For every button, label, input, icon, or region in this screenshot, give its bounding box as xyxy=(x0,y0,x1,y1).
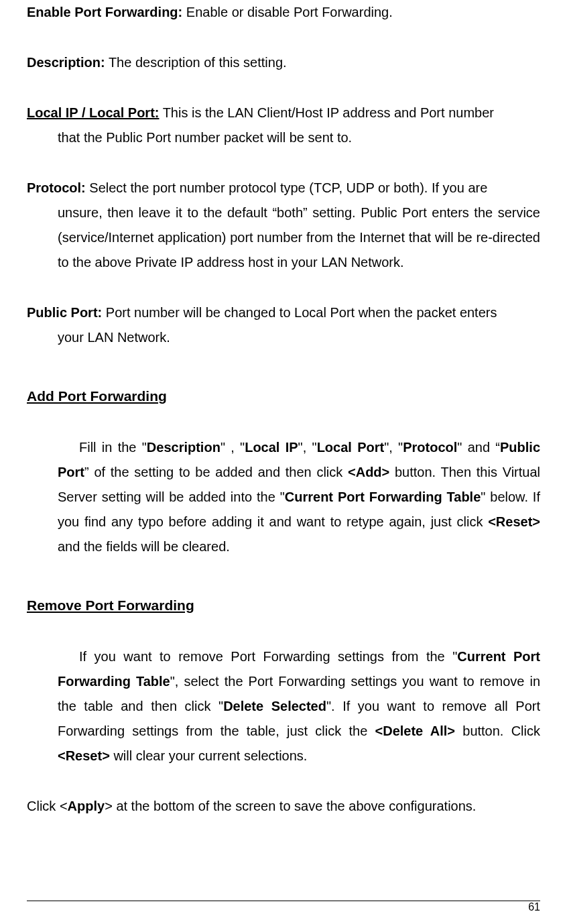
add-t6: ” of the setting to be added and then cl… xyxy=(84,465,348,479)
add-b8: <Reset> xyxy=(488,514,540,529)
add-t3: ", " xyxy=(298,440,317,455)
add-b2: Local IP xyxy=(245,440,298,455)
def-description: Description: The description of this set… xyxy=(27,50,540,75)
para-final: Click <Apply> at the bottom of the scree… xyxy=(27,794,540,819)
remove-b3: <Delete All> xyxy=(375,724,455,738)
def-publicport-rest: your LAN Network. xyxy=(27,325,540,350)
footer-separator xyxy=(27,901,540,901)
def-protocol: Protocol: Select the port number protoco… xyxy=(27,176,540,275)
def-protocol-label: Protocol: xyxy=(27,180,86,195)
remove-t5: will clear your current selections. xyxy=(110,748,308,763)
def-localip-rest: that the Public Port number packet will … xyxy=(27,125,540,150)
def-enable: Enable Port Forwarding: Enable or disabl… xyxy=(27,0,540,25)
final-t2: > at the bottom of the screen to save th… xyxy=(105,799,476,813)
para-remove: If you want to remove Port Forwarding se… xyxy=(27,644,540,768)
add-t5: " and “ xyxy=(457,440,500,455)
def-publicport-inline: Port number will be changed to Local Por… xyxy=(102,305,497,320)
def-protocol-rest: unsure, then leave it to the default “bo… xyxy=(27,200,540,275)
add-b7: Current Port Forwarding Table xyxy=(285,489,481,504)
remove-t4: button. Click xyxy=(455,724,540,738)
def-publicport-label: Public Port: xyxy=(27,305,102,320)
add-t9: and the fields will be cleared. xyxy=(58,539,230,554)
def-description-text: The description of this setting. xyxy=(105,55,287,70)
add-t2: " , " xyxy=(220,440,245,455)
def-localip-label: Local IP / Local Port: xyxy=(27,105,159,120)
add-b4: Protocol xyxy=(403,440,457,455)
def-enable-label: Enable Port Forwarding: xyxy=(27,5,182,19)
add-t1: Fill in the " xyxy=(79,440,147,455)
document-page: Enable Port Forwarding: Enable or disabl… xyxy=(0,0,567,924)
remove-b4: <Reset> xyxy=(58,748,110,763)
add-b3: Local Port xyxy=(317,440,385,455)
heading-add-port-forwarding: Add Port Forwarding xyxy=(27,384,540,410)
heading-remove-port-forwarding: Remove Port Forwarding xyxy=(27,593,540,619)
final-b1: Apply xyxy=(68,799,105,813)
def-protocol-inline: Select the port number protocol type (TC… xyxy=(86,180,488,195)
remove-b2: Delete Selected xyxy=(223,699,326,713)
remove-t1: If you want to remove Port Forwarding se… xyxy=(79,649,457,664)
def-enable-text: Enable or disable Port Forwarding. xyxy=(182,5,393,19)
def-localip: Local IP / Local Port: This is the LAN C… xyxy=(27,101,540,150)
def-description-label: Description: xyxy=(27,55,105,70)
final-t1: Click < xyxy=(27,799,68,813)
content-body: Enable Port Forwarding: Enable or disabl… xyxy=(27,0,540,819)
def-localip-inline: This is the LAN Client/Host IP address a… xyxy=(159,105,494,120)
def-publicport: Public Port: Port number will be changed… xyxy=(27,300,540,350)
page-number: 61 xyxy=(528,897,540,917)
add-t4: ", " xyxy=(384,440,403,455)
para-add: Fill in the "Description" , "Local IP", … xyxy=(27,435,540,559)
add-b1: Description xyxy=(147,440,220,455)
add-b6: <Add> xyxy=(348,465,389,479)
